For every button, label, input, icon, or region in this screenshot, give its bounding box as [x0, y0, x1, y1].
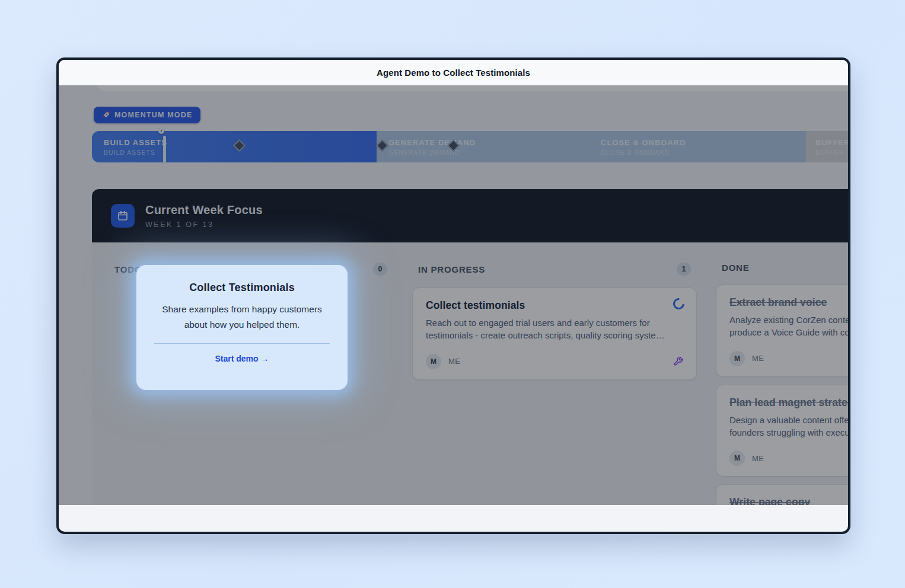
popover-body: Share examples from happy customers abou… — [152, 302, 332, 333]
titlebar: Agent Demo to Collect Testimonials — [59, 60, 848, 85]
content-area: MOMENTUM MODE BUILD ASSETS BUILD ASSETS … — [59, 85, 848, 505]
window-title: Agent Demo to Collect Testimonials — [377, 68, 530, 78]
start-demo-link[interactable]: Start demo → — [215, 354, 269, 363]
popover-divider — [154, 343, 330, 344]
demo-popover: Collect Testimonials Share examples from… — [136, 265, 348, 390]
popover-title: Collect Testimonials — [152, 282, 332, 294]
app-window: Agent Demo to Collect Testimonials MOMEN… — [56, 57, 850, 534]
